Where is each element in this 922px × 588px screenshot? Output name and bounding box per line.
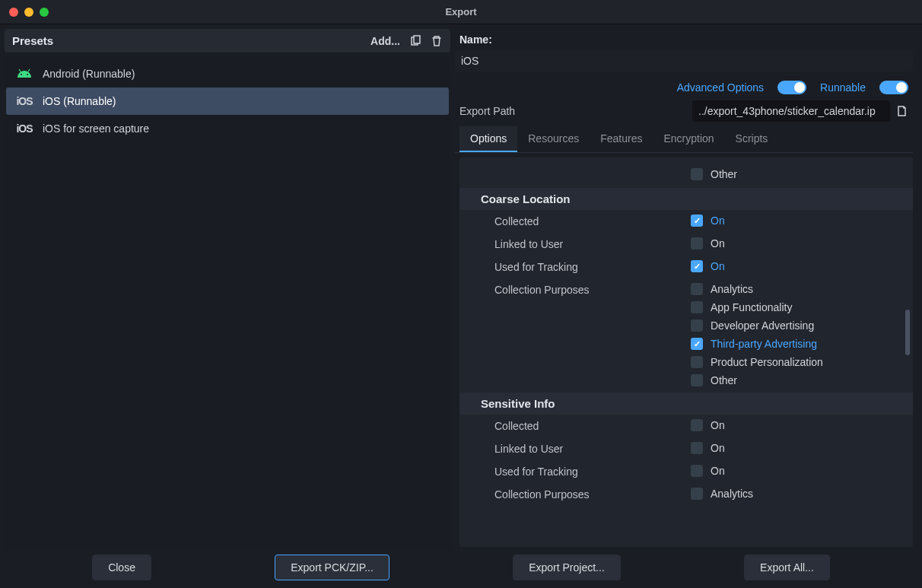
tab-scripts[interactable]: Scripts — [725, 126, 779, 152]
preset-list: Android (Runnable)iOSiOS (Runnable)iOSiO… — [5, 57, 450, 547]
option-row: Used for TrackingOn — [459, 256, 913, 278]
presets-header: Presets Add... — [5, 29, 450, 52]
option-label — [494, 164, 691, 169]
checkbox-item[interactable]: Developer Advertising — [691, 318, 905, 333]
copy-preset-icon[interactable] — [409, 35, 421, 47]
scrollbar-thumb[interactable] — [905, 310, 910, 355]
preset-item[interactable]: iOSiOS for screen capture — [6, 115, 449, 142]
checkbox-icon — [691, 488, 703, 500]
checkbox-item[interactable]: Other — [691, 167, 905, 182]
svg-point-2 — [21, 74, 22, 75]
checkbox-label: App Functionality — [711, 301, 792, 313]
browse-path-icon[interactable] — [896, 105, 908, 117]
checkbox-label: Other — [711, 374, 737, 386]
presets-title: Presets — [12, 34, 53, 47]
tab-features[interactable]: Features — [590, 126, 653, 152]
preset-item[interactable]: Android (Runnable) — [6, 60, 449, 87]
runnable-toggle[interactable] — [879, 81, 908, 94]
export-project-button[interactable]: Export Project... — [513, 555, 621, 580]
checkbox-item[interactable]: App Functionality — [691, 300, 905, 315]
option-row: CollectedOn — [459, 210, 913, 233]
ios-icon: iOS — [14, 122, 35, 135]
ios-icon: iOS — [14, 95, 35, 107]
checkbox-item[interactable]: On — [691, 440, 905, 456]
advanced-options-toggle[interactable] — [777, 81, 806, 94]
option-label: Linked to User — [494, 437, 691, 455]
export-path-input[interactable] — [692, 100, 890, 122]
footer: Close Export PCK/ZIP... Export Project..… — [0, 547, 922, 588]
option-row: CollectedOn — [459, 415, 913, 437]
checkbox-label: Other — [711, 168, 737, 180]
titlebar: Export — [0, 0, 922, 24]
checkbox-icon — [691, 338, 703, 350]
checkbox-label: On — [711, 442, 725, 454]
checkbox-item[interactable]: Analytics — [691, 486, 905, 501]
runnable-label: Runnable — [820, 81, 866, 94]
export-all-button[interactable]: Export All... — [744, 555, 830, 580]
preset-label: iOS for screen capture — [43, 122, 149, 135]
checkbox-label: On — [711, 260, 725, 272]
option-row: Collection PurposesAnalytics — [459, 483, 913, 506]
svg-rect-1 — [414, 36, 420, 43]
add-preset-button[interactable]: Add... — [370, 35, 400, 47]
option-row: Linked to UserOn — [459, 233, 913, 256]
option-label: Linked to User — [494, 233, 691, 250]
checkbox-label: On — [711, 215, 725, 227]
checkbox-icon — [691, 260, 703, 272]
close-window-icon[interactable] — [9, 8, 18, 17]
option-label: Used for Tracking — [494, 460, 691, 478]
checkbox-icon — [691, 283, 703, 295]
export-path-label: Export Path — [459, 105, 515, 117]
name-label: Name: — [455, 29, 913, 50]
checkbox-label: Analytics — [711, 283, 753, 295]
checkbox-label: On — [711, 237, 725, 250]
svg-line-5 — [28, 69, 30, 72]
preset-label: iOS (Runnable) — [43, 95, 116, 107]
checkbox-icon — [691, 215, 703, 227]
checkbox-item[interactable]: On — [691, 418, 905, 433]
svg-line-4 — [19, 69, 21, 72]
preset-label: Android (Runnable) — [43, 68, 135, 80]
tab-resources[interactable]: Resources — [517, 126, 590, 152]
close-button[interactable]: Close — [92, 555, 151, 580]
checkbox-item[interactable]: On — [691, 236, 905, 251]
checkbox-label: On — [711, 419, 725, 431]
checkbox-label: Analytics — [711, 488, 753, 500]
checkbox-icon — [691, 374, 703, 386]
tab-options[interactable]: Options — [459, 126, 517, 152]
details-panel: Name: Advanced Options Runnable Export P… — [455, 24, 917, 547]
checkbox-item[interactable]: Product Personalization — [691, 354, 905, 370]
svg-point-3 — [27, 74, 28, 75]
export-pck-button[interactable]: Export PCK/ZIP... — [275, 555, 389, 580]
preset-item[interactable]: iOSiOS (Runnable) — [6, 87, 449, 115]
option-row: Collection PurposesAnalyticsApp Function… — [459, 278, 913, 391]
option-label: Collection Purposes — [494, 483, 691, 501]
checkbox-icon — [691, 356, 703, 368]
option-row: Linked to UserOn — [459, 437, 913, 460]
checkbox-icon — [691, 237, 703, 250]
checkbox-icon — [691, 301, 703, 313]
advanced-options-label: Advanced Options — [677, 81, 764, 94]
checkbox-item[interactable]: On — [691, 463, 905, 478]
checkbox-label: Third-party Advertising — [711, 338, 817, 350]
checkbox-item[interactable]: On — [691, 259, 905, 274]
checkbox-item[interactable]: Third-party Advertising — [691, 336, 905, 351]
window-title: Export — [445, 6, 476, 17]
option-label: Collected — [494, 210, 691, 227]
tabs: OptionsResourcesFeaturesEncryptionScript… — [455, 126, 913, 153]
presets-panel: Presets Add... Android (Runnable)iOSiOS … — [0, 24, 455, 547]
checkbox-item[interactable]: Analytics — [691, 281, 905, 297]
checkbox-item[interactable]: Other — [691, 373, 905, 388]
checkbox-label: On — [711, 465, 725, 477]
minimize-window-icon[interactable] — [24, 8, 33, 17]
checkbox-icon — [691, 168, 703, 180]
maximize-window-icon[interactable] — [40, 8, 49, 17]
checkbox-label: Product Personalization — [711, 356, 823, 368]
name-input[interactable] — [455, 50, 913, 72]
delete-preset-icon[interactable] — [431, 35, 443, 47]
option-label: Collected — [494, 415, 691, 432]
tab-encryption[interactable]: Encryption — [653, 126, 724, 152]
checkbox-item[interactable]: On — [691, 213, 905, 228]
options-scroll[interactable]: OtherCoarse LocationCollectedOnLinked to… — [459, 157, 913, 547]
option-row: Other — [459, 164, 913, 186]
